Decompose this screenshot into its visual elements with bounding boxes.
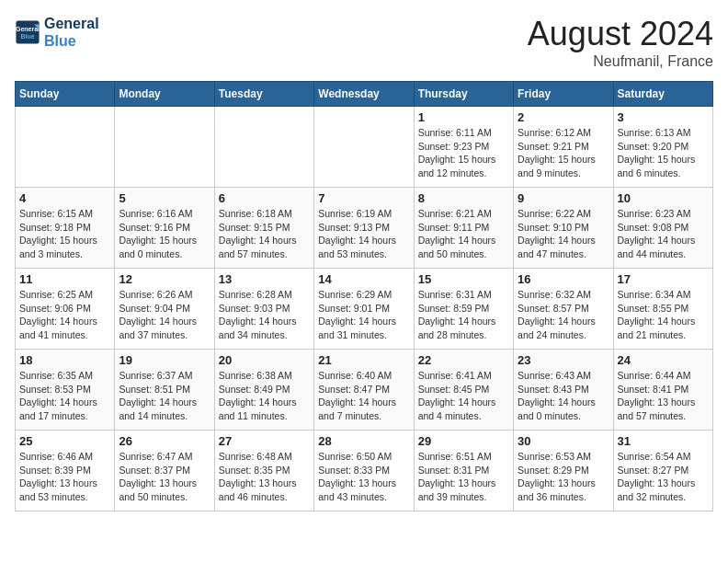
calendar-cell: 6Sunrise: 6:18 AMSunset: 9:15 PMDaylight… [214, 188, 313, 269]
day-info: Sunrise: 6:51 AMSunset: 8:31 PMDaylight:… [418, 450, 509, 504]
day-number: 27 [219, 434, 310, 448]
day-number: 2 [518, 110, 609, 124]
subtitle: Neufmanil, France [528, 53, 713, 70]
calendar-cell: 25Sunrise: 6:46 AMSunset: 8:39 PMDayligh… [16, 431, 115, 511]
calendar-cell: 3Sunrise: 6:13 AMSunset: 9:20 PMDaylight… [613, 107, 712, 188]
day-info: Sunrise: 6:48 AMSunset: 8:35 PMDaylight:… [219, 450, 310, 504]
day-info: Sunrise: 6:16 AMSunset: 9:16 PMDaylight:… [119, 207, 210, 261]
calendar-cell: 22Sunrise: 6:41 AMSunset: 8:45 PMDayligh… [414, 350, 513, 431]
calendar-week-4: 18Sunrise: 6:35 AMSunset: 8:53 PMDayligh… [16, 350, 713, 431]
calendar-cell [214, 107, 313, 188]
day-info: Sunrise: 6:12 AMSunset: 9:21 PMDaylight:… [518, 126, 609, 180]
calendar-cell: 31Sunrise: 6:54 AMSunset: 8:27 PMDayligh… [613, 431, 712, 511]
calendar-cell: 29Sunrise: 6:51 AMSunset: 8:31 PMDayligh… [414, 431, 513, 511]
calendar-cell: 10Sunrise: 6:23 AMSunset: 9:08 PMDayligh… [613, 188, 712, 269]
header-saturday: Saturday [613, 82, 712, 107]
day-number: 28 [318, 434, 409, 448]
svg-text:Blue: Blue [20, 33, 34, 40]
day-info: Sunrise: 6:53 AMSunset: 8:29 PMDaylight:… [518, 450, 609, 504]
day-info: Sunrise: 6:29 AMSunset: 9:01 PMDaylight:… [318, 288, 409, 342]
calendar-cell: 11Sunrise: 6:25 AMSunset: 9:06 PMDayligh… [16, 269, 115, 350]
svg-rect-0 [16, 21, 39, 44]
day-info: Sunrise: 6:46 AMSunset: 8:39 PMDaylight:… [19, 450, 110, 504]
day-info: Sunrise: 6:18 AMSunset: 9:15 PMDaylight:… [219, 207, 310, 261]
day-number: 16 [518, 272, 609, 286]
day-number: 9 [518, 191, 609, 205]
calendar-cell [314, 107, 414, 188]
day-number: 4 [19, 191, 110, 205]
calendar-cell: 27Sunrise: 6:48 AMSunset: 8:35 PMDayligh… [214, 431, 313, 511]
day-info: Sunrise: 6:15 AMSunset: 9:18 PMDaylight:… [19, 207, 110, 261]
day-number: 7 [318, 191, 409, 205]
day-info: Sunrise: 6:31 AMSunset: 8:59 PMDaylight:… [418, 288, 509, 342]
day-info: Sunrise: 6:50 AMSunset: 8:33 PMDaylight:… [318, 450, 409, 504]
day-number: 30 [518, 434, 609, 448]
day-number: 13 [219, 272, 310, 286]
day-number: 20 [219, 353, 310, 367]
header-tuesday: Tuesday [214, 82, 313, 107]
logo-icon: General Blue [15, 19, 40, 45]
day-info: Sunrise: 6:35 AMSunset: 8:53 PMDaylight:… [19, 369, 110, 423]
day-info: Sunrise: 6:41 AMSunset: 8:45 PMDaylight:… [418, 369, 509, 423]
day-number: 26 [119, 434, 210, 448]
calendar-cell: 13Sunrise: 6:28 AMSunset: 9:03 PMDayligh… [214, 269, 313, 350]
calendar-cell: 12Sunrise: 6:26 AMSunset: 9:04 PMDayligh… [115, 269, 214, 350]
calendar-cell: 17Sunrise: 6:34 AMSunset: 8:55 PMDayligh… [613, 269, 712, 350]
day-number: 5 [119, 191, 210, 205]
calendar-body: 1Sunrise: 6:11 AMSunset: 9:23 PMDaylight… [16, 107, 713, 511]
day-info: Sunrise: 6:47 AMSunset: 8:37 PMDaylight:… [119, 450, 210, 504]
logo: General Blue GeneralBlue [15, 15, 99, 50]
calendar-cell: 28Sunrise: 6:50 AMSunset: 8:33 PMDayligh… [314, 431, 414, 511]
calendar-cell: 15Sunrise: 6:31 AMSunset: 8:59 PMDayligh… [414, 269, 513, 350]
day-number: 8 [418, 191, 509, 205]
day-info: Sunrise: 6:22 AMSunset: 9:10 PMDaylight:… [518, 207, 609, 261]
day-number: 12 [119, 272, 210, 286]
calendar-cell: 18Sunrise: 6:35 AMSunset: 8:53 PMDayligh… [16, 350, 115, 431]
calendar-cell: 24Sunrise: 6:44 AMSunset: 8:41 PMDayligh… [613, 350, 712, 431]
day-info: Sunrise: 6:44 AMSunset: 8:41 PMDaylight:… [618, 369, 709, 423]
day-number: 31 [618, 434, 709, 448]
calendar-cell: 21Sunrise: 6:40 AMSunset: 8:47 PMDayligh… [314, 350, 414, 431]
day-info: Sunrise: 6:19 AMSunset: 9:13 PMDaylight:… [318, 207, 409, 261]
day-number: 18 [19, 353, 110, 367]
day-number: 6 [219, 191, 310, 205]
calendar-week-2: 4Sunrise: 6:15 AMSunset: 9:18 PMDaylight… [16, 188, 713, 269]
day-number: 29 [418, 434, 509, 448]
main-title: August 2024 [528, 15, 713, 53]
calendar-table: Sunday Monday Tuesday Wednesday Thursday… [15, 81, 713, 511]
calendar-week-3: 11Sunrise: 6:25 AMSunset: 9:06 PMDayligh… [16, 269, 713, 350]
calendar-cell: 2Sunrise: 6:12 AMSunset: 9:21 PMDaylight… [514, 107, 613, 188]
day-number: 25 [19, 434, 110, 448]
day-info: Sunrise: 6:11 AMSunset: 9:23 PMDaylight:… [418, 126, 509, 180]
header-monday: Monday [115, 82, 214, 107]
day-number: 17 [618, 272, 709, 286]
day-number: 23 [518, 353, 609, 367]
day-number: 11 [19, 272, 110, 286]
day-number: 1 [418, 110, 509, 124]
calendar-cell: 1Sunrise: 6:11 AMSunset: 9:23 PMDaylight… [414, 107, 513, 188]
day-number: 19 [119, 353, 210, 367]
day-info: Sunrise: 6:13 AMSunset: 9:20 PMDaylight:… [618, 126, 709, 180]
calendar-week-1: 1Sunrise: 6:11 AMSunset: 9:23 PMDaylight… [16, 107, 713, 188]
day-info: Sunrise: 6:32 AMSunset: 8:57 PMDaylight:… [518, 288, 609, 342]
day-info: Sunrise: 6:26 AMSunset: 9:04 PMDaylight:… [119, 288, 210, 342]
title-area: August 2024 Neufmanil, France [528, 15, 713, 70]
calendar-week-5: 25Sunrise: 6:46 AMSunset: 8:39 PMDayligh… [16, 431, 713, 511]
calendar-cell: 30Sunrise: 6:53 AMSunset: 8:29 PMDayligh… [514, 431, 613, 511]
day-info: Sunrise: 6:54 AMSunset: 8:27 PMDaylight:… [618, 450, 709, 504]
calendar-cell [115, 107, 214, 188]
page-header: General Blue GeneralBlue August 2024 Neu… [15, 15, 713, 70]
calendar-cell: 23Sunrise: 6:43 AMSunset: 8:43 PMDayligh… [514, 350, 613, 431]
day-info: Sunrise: 6:43 AMSunset: 8:43 PMDaylight:… [518, 369, 609, 423]
calendar-cell: 5Sunrise: 6:16 AMSunset: 9:16 PMDaylight… [115, 188, 214, 269]
calendar-cell: 19Sunrise: 6:37 AMSunset: 8:51 PMDayligh… [115, 350, 214, 431]
day-info: Sunrise: 6:37 AMSunset: 8:51 PMDaylight:… [119, 369, 210, 423]
calendar-cell: 4Sunrise: 6:15 AMSunset: 9:18 PMDaylight… [16, 188, 115, 269]
calendar-cell: 14Sunrise: 6:29 AMSunset: 9:01 PMDayligh… [314, 269, 414, 350]
day-info: Sunrise: 6:21 AMSunset: 9:11 PMDaylight:… [418, 207, 509, 261]
header-friday: Friday [514, 82, 613, 107]
calendar-cell [16, 107, 115, 188]
day-number: 21 [318, 353, 409, 367]
day-info: Sunrise: 6:23 AMSunset: 9:08 PMDaylight:… [618, 207, 709, 261]
calendar-cell: 16Sunrise: 6:32 AMSunset: 8:57 PMDayligh… [514, 269, 613, 350]
